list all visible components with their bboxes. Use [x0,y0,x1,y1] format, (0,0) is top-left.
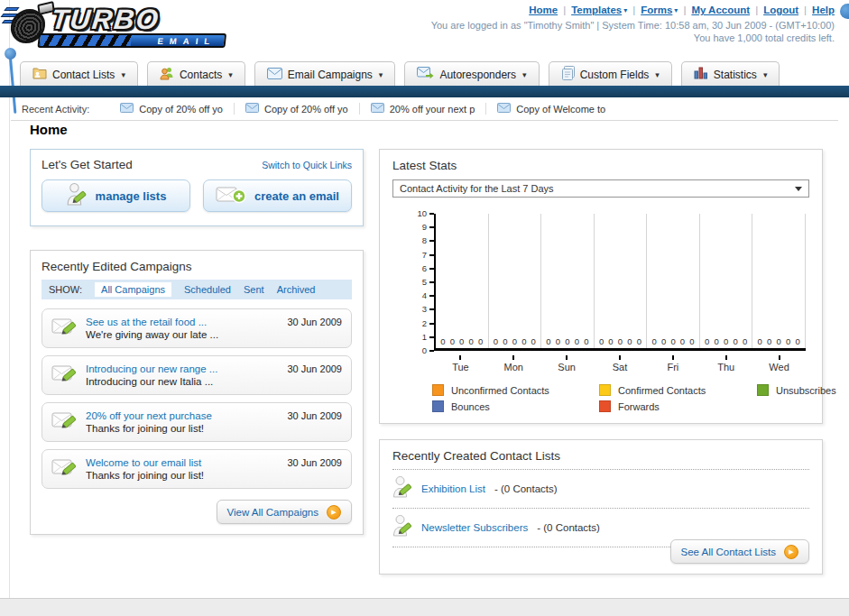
campaign-title-link[interactable]: Introducing our new range ... [86,363,217,375]
header-link-forms[interactable]: Forms [641,5,672,15]
tab-email-campaigns[interactable]: Email Campaigns▾ [254,61,396,87]
manage-lists-button[interactable]: manage lists [42,179,190,212]
switch-quick-links-link[interactable]: Switch to Quick Links [262,160,352,170]
recent-activity-item[interactable]: Copy of Welcome to [486,103,616,115]
envelope-pencil-icon [51,457,78,482]
contact-lists-icon [32,67,47,82]
chart-value-label: 0 [469,336,474,346]
logo-text: TURBO EMAIL [48,4,229,48]
legend-item: Bounces [432,400,599,412]
filter-sent[interactable]: Sent [244,284,264,295]
contact-list-item[interactable]: Exhibition List - (0 Contacts) [392,469,809,508]
filter-all-campaigns[interactable]: All Campaigns [95,282,171,297]
contact-list-items: Exhibition List - (0 Contacts) Newslette… [392,469,809,547]
tab-label: Statistics [714,69,757,81]
app-window: TURBO EMAIL Home Templates▾ Forms▾ My Ac… [0,0,849,616]
chart-value-label: 0 [767,336,771,346]
corner-circle-decoration [840,4,849,19]
campaign-date: 30 Jun 2009 [287,356,342,374]
header-link-templates[interactable]: Templates [571,5,622,15]
contact-list-name-link[interactable]: Exhibition List [421,483,485,494]
tab-contacts[interactable]: Contacts▾ [147,61,245,87]
see-all-contact-lists-button[interactable]: See All Contact Lists ▶ [670,539,809,564]
page-title: Home [30,122,68,137]
chevron-down-icon: ▾ [522,70,527,79]
logo-stripes [41,35,132,46]
legend-swatch [432,400,444,412]
stats-dropdown[interactable]: Contact Activity for the Last 7 Days [392,179,809,198]
recent-activity-item[interactable]: 20% off your next p [360,103,487,115]
chart-value-label: 0 [777,336,781,346]
tab-label: Contacts [180,69,222,81]
turbo-email-logo[interactable]: TURBO EMAIL [5,4,229,48]
create-email-button[interactable]: create an email [203,179,352,212]
latest-stats-panel: Latest Stats Contact Activity for the La… [379,149,823,424]
filter-archived[interactable]: Archived [277,284,316,295]
chart-x-label: Thu [699,355,752,372]
envelope-icon [371,103,384,115]
campaign-row[interactable]: 20% off your next purchaseThanks for joi… [42,402,352,442]
campaign-rows: See us at the retail food ...We're givin… [42,308,352,489]
contacts-icon [160,66,174,83]
chart-value-label: 0 [618,336,623,346]
autoresponders-icon [417,67,434,82]
campaign-row[interactable]: Welcome to our email listThanks for join… [42,449,352,489]
person-pencil-icon [392,514,412,541]
campaign-row[interactable]: Introducing our new range ...Introducing… [42,355,352,395]
view-all-campaigns-label: View All Campaigns [227,507,318,518]
chart-value-label: 0 [478,336,483,346]
y-tick-label: 10 [417,209,434,218]
chart-day-group: 00000 [541,214,595,348]
header-link-my-account[interactable]: My Account [691,5,750,15]
contact-lists-title: Recently Created Contact Lists [392,449,809,463]
tab-statistics[interactable]: Statistics▾ [681,61,780,87]
tab-contact-lists[interactable]: Contact Lists▾ [20,61,138,87]
view-all-campaigns-button[interactable]: View All Campaigns ▶ [217,500,352,524]
logo-email-bar: EMAIL [37,33,226,48]
chart-value-label: 0 [546,336,550,346]
contact-activity-chart: 109876543210 000000000000000000000000000… [411,214,806,372]
chart-x-label: Sat [594,355,647,372]
chart-day-group: 00000 [436,214,489,348]
tab-autoresponders[interactable]: Autoresponders▾ [404,61,539,87]
legend-swatch [757,384,769,396]
recent-activity-item[interactable]: Copy of 20% off yo [109,103,235,115]
recent-activity-label: Recent Activity: [22,104,89,115]
y-tick-label: 7 [422,251,434,260]
chart-x-label: Mon [487,355,540,372]
logo-line-email: EMAIL [157,36,225,46]
chart-value-label: 0 [512,336,517,346]
campaign-row[interactable]: See us at the retail food ...We're givin… [42,308,352,348]
separator [683,5,686,15]
header-link-help[interactable]: Help [812,5,835,15]
y-tick-label: 1 [422,333,434,342]
header-link-home[interactable]: Home [529,5,558,15]
chart-value-label: 0 [440,336,445,346]
recent-activity-text: 20% off your next p [390,104,475,115]
contact-list-detail: - (0 Contacts) [537,522,600,533]
filter-scheduled[interactable]: Scheduled [184,284,231,295]
tab-label: Contact Lists [52,69,115,81]
contact-lists-panel: Recently Created Contact Lists Exhibitio… [379,439,823,575]
contact-list-name-link[interactable]: Newsletter Subscribers [421,522,528,533]
chart-value-label: 0 [556,336,560,346]
campaign-title-link[interactable]: 20% off your next purchase [86,409,212,422]
chart-day-group: 00000 [489,214,542,348]
recent-activity-bar: Recent Activity: Copy of 20% off yo Copy… [11,98,838,119]
chart-value-label: 0 [575,336,579,346]
chart-y-axis: 109876543210 [411,209,434,355]
chart-x-labels: TueMonSunSatFriThuWed [434,355,806,372]
credits-text: You have 1,000 total credits left. [694,32,835,43]
legend-swatch [432,384,444,396]
tab-custom-fields[interactable]: Custom Fields▾ [549,61,672,87]
footer-strip [0,598,849,616]
envelope-pencil-icon [51,317,78,341]
divider [11,120,838,121]
campaign-title-link[interactable]: See us at the retail food ... [86,316,218,328]
arrow-right-icon: ▶ [784,545,798,559]
recent-activity-item[interactable]: Copy of 20% off yo [235,103,360,115]
campaign-title-link[interactable]: Welcome to our email list [86,456,204,469]
envelope-pencil-icon [51,410,78,435]
header-link-logout[interactable]: Logout [763,5,798,15]
campaign-date: 30 Jun 2009 [287,309,342,327]
